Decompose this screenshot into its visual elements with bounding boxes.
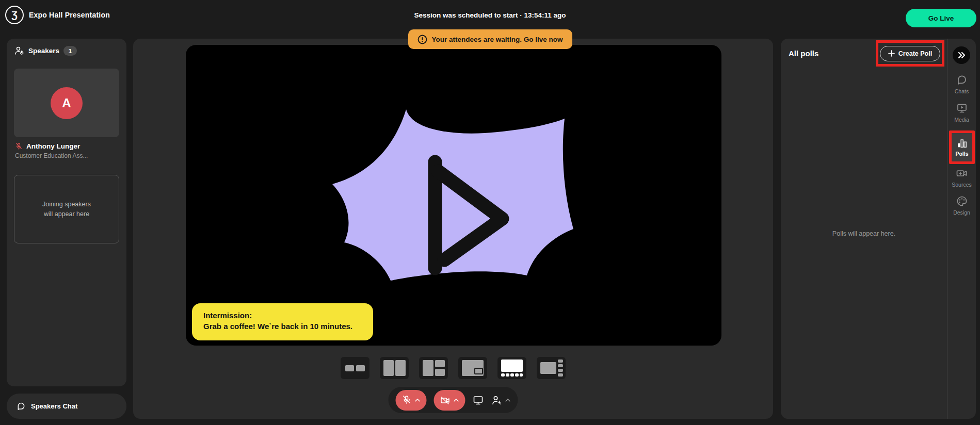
intermission-play-graphic xyxy=(325,94,583,285)
layout-option-5-active[interactable] xyxy=(497,357,526,379)
rail-item-sources[interactable]: Sources xyxy=(947,167,976,188)
joining-speakers-placeholder: Joining speakers will appear here xyxy=(14,175,119,243)
speakers-panel: Speakers 1 A Anthony Lunger Customer Edu… xyxy=(7,39,126,386)
speaker-role: Customer Education Ass... xyxy=(15,152,88,159)
layout-option-2[interactable] xyxy=(380,357,409,379)
layout-option-1[interactable] xyxy=(341,357,369,379)
mic-button[interactable] xyxy=(396,390,427,411)
control-bar xyxy=(389,387,518,413)
invite-button[interactable] xyxy=(491,395,511,406)
attendees-waiting-banner[interactable]: Your attendees are waiting. Go live now xyxy=(408,29,572,49)
polls-panel: All polls Create Poll Polls will appear … xyxy=(781,39,976,419)
warning-icon xyxy=(417,35,427,44)
speakers-title: Speakers xyxy=(28,47,59,55)
rail-item-chats[interactable]: Chats xyxy=(947,74,976,94)
rail-item-design[interactable]: Design xyxy=(947,195,976,216)
rail-label-design: Design xyxy=(953,209,970,216)
palette-icon xyxy=(956,195,968,207)
collapse-panel-button[interactable] xyxy=(953,46,970,64)
camera-plus-icon xyxy=(956,167,968,179)
camera-off-icon xyxy=(440,395,451,405)
rail-item-media[interactable]: Media xyxy=(947,102,976,123)
bar-chart-icon xyxy=(956,138,968,149)
person-mic-icon xyxy=(14,46,24,56)
chevron-up-icon xyxy=(454,398,459,402)
polls-panel-title: All polls xyxy=(789,49,818,58)
create-poll-label: Create Poll xyxy=(898,50,932,57)
caption-body: Grab a coffee! We`re back in 10 minutes. xyxy=(203,321,373,332)
rail-label-polls: Polls xyxy=(955,151,968,157)
create-poll-button[interactable]: Create Poll xyxy=(880,46,940,61)
polls-empty-text: Polls will appear here. xyxy=(781,230,947,237)
mic-off-icon xyxy=(402,395,412,405)
speakers-header: Speakers 1 xyxy=(14,46,77,56)
stage-panel: Intermission: Grab a coffee! We`re back … xyxy=(133,39,773,419)
layout-option-4[interactable] xyxy=(458,357,487,379)
rail-label-sources: Sources xyxy=(952,182,972,188)
session-title: Expo Hall Presentation xyxy=(29,11,110,19)
speakers-chat-label: Speakers Chat xyxy=(31,402,77,410)
create-poll-annotation-box: Create Poll xyxy=(876,40,944,67)
caption-title: Intermission: xyxy=(203,310,373,321)
layout-selector xyxy=(341,357,566,379)
speaker-avatar: A xyxy=(51,87,83,119)
joining-line1: Joining speakers xyxy=(42,200,91,209)
logo-glyph: Ʒ xyxy=(11,9,18,21)
mic-muted-icon xyxy=(15,142,23,150)
top-bar: Ʒ Expo Hall Presentation Session was sch… xyxy=(0,0,980,35)
person-plus-icon xyxy=(491,395,503,406)
speaker-name-row: Anthony Lunger xyxy=(15,142,80,150)
double-chevron-right-icon xyxy=(957,52,966,59)
chat-bubble-icon xyxy=(956,74,968,86)
studio-app: Ʒ Expo Hall Presentation Session was sch… xyxy=(0,0,980,425)
chevron-up-icon xyxy=(505,398,511,402)
side-rail: Chats Media Polls xyxy=(947,39,976,419)
banner-text: Your attendees are waiting. Go live now xyxy=(431,36,563,43)
layout-option-6[interactable] xyxy=(537,357,566,379)
speakers-chat-button[interactable]: Speakers Chat xyxy=(7,394,126,419)
chevron-up-icon xyxy=(415,398,421,402)
rail-label-media: Media xyxy=(954,117,969,123)
rail-item-polls-active[interactable]: Polls xyxy=(949,130,975,164)
speakers-count-badge: 1 xyxy=(63,46,77,56)
monitor-play-icon xyxy=(956,102,968,115)
monitor-icon xyxy=(473,395,484,406)
speaker-tile[interactable]: A xyxy=(14,69,119,137)
schedule-status: Session was scheduled to start · 13:54:1… xyxy=(414,11,566,19)
chat-bubble-icon xyxy=(16,401,26,411)
streamyard-logo-icon[interactable]: Ʒ xyxy=(5,6,24,24)
video-stage[interactable]: Intermission: Grab a coffee! We`re back … xyxy=(186,45,721,346)
go-live-button[interactable]: Go Live xyxy=(906,9,976,27)
stage-caption: Intermission: Grab a coffee! We`re back … xyxy=(192,303,373,340)
plus-icon xyxy=(888,50,895,57)
joining-line2: will appear here xyxy=(44,209,89,219)
screenshare-button[interactable] xyxy=(473,395,484,406)
rail-label-chats: Chats xyxy=(955,88,969,94)
camera-button[interactable] xyxy=(434,390,465,411)
layout-option-3[interactable] xyxy=(419,357,448,379)
speaker-name: Anthony Lunger xyxy=(26,142,80,150)
